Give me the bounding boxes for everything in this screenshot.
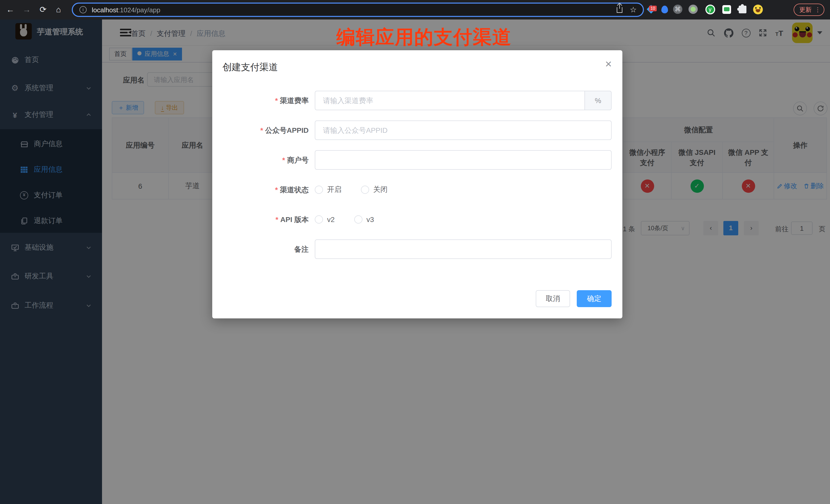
confirm-button[interactable]: 确定 — [577, 290, 612, 307]
share-icon[interactable] — [617, 7, 622, 13]
api-version-label: *API 版本 — [212, 210, 315, 229]
extension-chat-icon[interactable] — [721, 5, 732, 15]
site-info-icon[interactable]: i — [79, 6, 87, 13]
extension-badge: 10 — [649, 6, 657, 11]
required-asterisk: * — [275, 186, 278, 194]
annotation-text: 编辑应用的支付渠道 — [336, 25, 512, 50]
dialog-title: 创建支付渠道 — [223, 61, 278, 73]
radio-v3-label[interactable]: v3 — [366, 215, 374, 224]
extensions-puzzle-icon[interactable] — [737, 5, 747, 15]
url-host: localhost — [92, 6, 118, 13]
create-pay-channel-dialog: 创建支付渠道 ✕ *渠道费率 % *公众号APPID *商户号 *渠道状态 开启 — [212, 50, 622, 318]
radio-v3[interactable] — [354, 215, 362, 224]
percent-suffix: % — [585, 91, 612, 110]
radio-closed[interactable] — [361, 186, 369, 194]
radio-v2[interactable] — [315, 215, 323, 224]
appid-label: *公众号APPID — [212, 121, 315, 140]
appid-input[interactable] — [315, 121, 612, 140]
bookmark-star-icon[interactable]: ☆ — [630, 5, 637, 14]
remark-label: 备注 — [212, 240, 315, 259]
browser-toolbar: ← → ⟳ ⌂ i localhost:1024/pay/app ☆ 10 ⌘ … — [0, 0, 830, 20]
cancel-button[interactable]: 取消 — [536, 290, 570, 307]
required-asterisk: * — [275, 96, 278, 104]
extension-balloon-icon[interactable] — [659, 5, 670, 15]
extension-dot-icon[interactable] — [688, 5, 698, 15]
address-bar[interactable]: i localhost:1024/pay/app ☆ — [72, 3, 644, 17]
rate-label: *渠道费率 — [212, 91, 315, 110]
close-icon[interactable]: ✕ — [605, 59, 612, 70]
radio-closed-label[interactable]: 关闭 — [373, 185, 388, 194]
merchant-label: *商户号 — [212, 150, 315, 170]
extension-y-icon[interactable]: y — [705, 5, 715, 15]
radio-open-label[interactable]: 开启 — [327, 185, 342, 194]
reload-icon[interactable]: ⟳ — [38, 5, 48, 15]
home-icon[interactable]: ⌂ — [53, 5, 64, 15]
chrome-update-button[interactable]: 更新 ⋮ — [794, 4, 824, 16]
radio-open[interactable] — [315, 186, 323, 194]
update-label: 更新 — [799, 5, 811, 14]
rate-input[interactable] — [315, 91, 585, 110]
page-root: ← → ⟳ ⌂ i localhost:1024/pay/app ☆ 10 ⌘ … — [0, 0, 830, 504]
radio-v2-label[interactable]: v2 — [327, 215, 335, 224]
kebab-menu-icon[interactable]: ⋮ — [815, 6, 821, 13]
merchant-input[interactable] — [315, 150, 612, 170]
status-label: *渠道状态 — [212, 180, 315, 199]
required-asterisk: * — [282, 156, 285, 164]
forward-icon[interactable]: → — [22, 5, 32, 15]
required-asterisk: * — [260, 126, 263, 134]
extension-command-icon[interactable]: ⌘ — [673, 5, 683, 15]
required-asterisk: * — [276, 215, 278, 224]
profile-emoji-icon[interactable] — [753, 5, 763, 15]
remark-input[interactable] — [315, 240, 612, 259]
back-icon[interactable]: ← — [5, 5, 15, 15]
url-path: :1024/pay/app — [118, 6, 160, 13]
